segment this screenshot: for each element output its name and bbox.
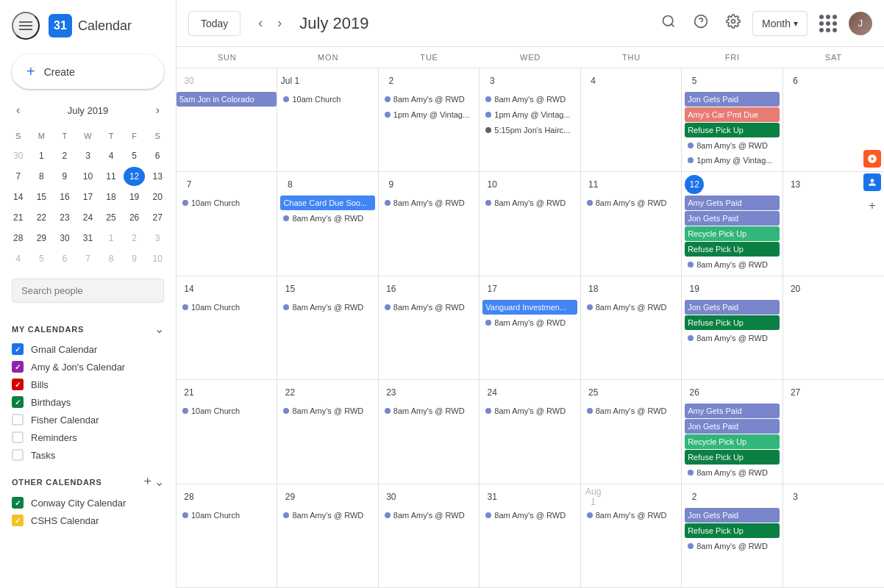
- calendar-event[interactable]: 1pm Amy @ Vintag...: [382, 107, 476, 122]
- mini-cal-day[interactable]: 26: [124, 208, 146, 227]
- day-number[interactable]: 14: [179, 279, 199, 298]
- day-number[interactable]: 5: [685, 71, 704, 90]
- calendar-event[interactable]: 10am Church: [280, 92, 374, 107]
- day-cell[interactable]: Jul 110am Church: [277, 68, 378, 171]
- calendar-event[interactable]: 8am Amy's @ RWD: [685, 257, 779, 272]
- calendar-event[interactable]: Recycle Pick Up: [685, 226, 779, 241]
- day-number[interactable]: 6: [786, 71, 805, 90]
- calendar-event[interactable]: Recycle Pick Up: [685, 434, 779, 449]
- add-other-calendar-button[interactable]: +: [143, 474, 152, 490]
- day-cell[interactable]: 238am Amy's @ RWD: [379, 380, 480, 483]
- mini-cal-prev-button[interactable]: ‹: [12, 101, 24, 120]
- mini-cal-day[interactable]: 11: [100, 167, 122, 186]
- day-cell[interactable]: Aug 18am Amy's @ RWD: [581, 484, 682, 587]
- create-button[interactable]: + Create: [12, 54, 164, 89]
- calendar-event[interactable]: 10am Church: [179, 404, 274, 418]
- mini-cal-day[interactable]: 4: [7, 249, 29, 268]
- day-number[interactable]: 8: [280, 175, 299, 194]
- day-number[interactable]: 19: [685, 279, 704, 298]
- mini-cal-day[interactable]: 5: [31, 249, 53, 268]
- calendar-event[interactable]: 8am Amy's @ RWD: [685, 539, 779, 553]
- day-cell[interactable]: 98am Amy's @ RWD: [379, 172, 480, 275]
- mini-cal-day[interactable]: 1: [100, 229, 122, 248]
- calendar-event[interactable]: 8am Amy's @ RWD: [482, 315, 577, 330]
- day-number[interactable]: 30: [382, 487, 401, 506]
- day-number[interactable]: 10: [482, 175, 502, 194]
- day-cell[interactable]: 12Amy Gets PaidJon Gets PaidRecycle Pick…: [682, 172, 783, 275]
- day-number[interactable]: 24: [482, 383, 502, 402]
- mini-cal-day[interactable]: 31: [77, 229, 99, 248]
- mini-cal-day[interactable]: 19: [124, 187, 146, 207]
- day-cell[interactable]: 298am Amy's @ RWD: [277, 484, 378, 587]
- calendar-event[interactable]: Jon Gets Paid: [685, 508, 779, 523]
- calendar-event[interactable]: Refuse Pick Up: [685, 315, 779, 330]
- calendar-item[interactable]: Tasks: [6, 446, 170, 464]
- day-cell[interactable]: 2810am Church: [177, 484, 277, 587]
- calendar-item[interactable]: Birthdays: [6, 393, 170, 411]
- day-number[interactable]: 4: [584, 71, 603, 90]
- mini-cal-day[interactable]: 18: [100, 187, 122, 207]
- day-number[interactable]: 22: [280, 383, 299, 402]
- mini-cal-day[interactable]: 14: [7, 187, 29, 207]
- calendar-event[interactable]: 8am Amy's @ RWD: [280, 508, 374, 523]
- day-cell[interactable]: 2Jon Gets PaidRefuse Pick Up8am Amy's @ …: [682, 484, 783, 587]
- calendar-event[interactable]: 8am Amy's @ RWD: [482, 404, 577, 418]
- day-cell[interactable]: 228am Amy's @ RWD: [277, 380, 378, 483]
- day-cell[interactable]: 1410am Church: [177, 276, 277, 379]
- settings-button[interactable]: [720, 8, 746, 38]
- search-people-input[interactable]: [12, 279, 164, 303]
- mini-cal-day[interactable]: 27: [146, 208, 168, 227]
- day-cell[interactable]: 38am Amy's @ RWD1pm Amy @ Vintag...5:15p…: [480, 68, 580, 171]
- calendar-event[interactable]: 8am Amy's @ RWD: [382, 300, 476, 315]
- day-number[interactable]: 11: [584, 175, 603, 194]
- mini-cal-day[interactable]: 8: [31, 167, 53, 186]
- calendar-event[interactable]: 8am Amy's @ RWD: [482, 92, 577, 107]
- day-cell[interactable]: 248am Amy's @ RWD: [480, 380, 580, 483]
- day-number[interactable]: 3: [482, 71, 502, 90]
- calendar-event[interactable]: Vanguard Investmen...: [482, 300, 577, 315]
- calendar-event[interactable]: Refuse Pick Up: [685, 450, 779, 465]
- mini-cal-day[interactable]: 2: [54, 146, 76, 165]
- day-cell[interactable]: 188am Amy's @ RWD: [581, 276, 682, 379]
- calendar-item[interactable]: Gmail Calendar: [6, 340, 170, 358]
- calendar-event[interactable]: 8am Amy's @ RWD: [382, 404, 476, 418]
- calendar-item[interactable]: CSHS Calendar: [6, 512, 170, 529]
- day-cell[interactable]: 2110am Church: [177, 380, 277, 483]
- mini-cal-day[interactable]: 13: [146, 167, 168, 186]
- calendar-event[interactable]: 8am Amy's @ RWD: [685, 138, 779, 153]
- day-number[interactable]: 9: [382, 175, 401, 194]
- calendar-event[interactable]: 1pm Amy @ Vintag...: [482, 107, 577, 122]
- day-number[interactable]: 17: [482, 279, 502, 298]
- mini-cal-day[interactable]: 7: [77, 249, 99, 268]
- day-cell[interactable]: 4: [581, 68, 682, 171]
- calendar-event[interactable]: 8am Amy's @ RWD: [382, 508, 476, 523]
- mini-cal-day[interactable]: 7: [7, 167, 29, 186]
- calendar-event[interactable]: 8am Amy's @ RWD: [382, 92, 476, 107]
- mini-cal-day[interactable]: 5: [124, 146, 146, 165]
- today-button[interactable]: Today: [188, 11, 240, 36]
- calendar-event[interactable]: 8am Amy's @ RWD: [280, 300, 374, 315]
- calendar-event[interactable]: Refuse Pick Up: [685, 242, 779, 257]
- day-number[interactable]: 7: [179, 175, 199, 194]
- mini-cal-day[interactable]: 29: [31, 229, 53, 248]
- mini-cal-day[interactable]: 24: [77, 208, 99, 227]
- mini-cal-day[interactable]: 30: [54, 229, 76, 248]
- day-number[interactable]: 28: [179, 487, 199, 506]
- mini-cal-day[interactable]: 8: [100, 249, 122, 268]
- search-button[interactable]: [655, 8, 682, 38]
- day-number[interactable]: 2: [685, 487, 704, 506]
- day-cell[interactable]: 26Amy Gets PaidJon Gets PaidRecycle Pick…: [682, 380, 783, 483]
- day-cell[interactable]: 5Jon Gets PaidAmy's Car Pmt DueRefuse Pi…: [682, 68, 783, 171]
- calendar-item[interactable]: Bills: [6, 376, 170, 393]
- calendar-event[interactable]: Chase Card Due Soo...: [280, 196, 374, 210]
- mini-cal-day[interactable]: 9: [124, 249, 146, 268]
- day-number[interactable]: 12: [685, 175, 704, 194]
- calendar-event[interactable]: 10am Church: [179, 508, 274, 523]
- calendar-event[interactable]: 8am Amy's @ RWD: [280, 404, 374, 418]
- day-number[interactable]: 23: [382, 383, 401, 402]
- calendar-event[interactable]: Amy's Car Pmt Due: [685, 107, 779, 122]
- calendar-event[interactable]: Amy Gets Paid: [685, 404, 779, 418]
- my-calendars-chevron[interactable]: ⌄: [154, 322, 164, 336]
- calendar-event[interactable]: Jon Gets Paid: [685, 211, 779, 226]
- calendar-event[interactable]: 5:15pm Jon's Hairc...: [482, 123, 577, 137]
